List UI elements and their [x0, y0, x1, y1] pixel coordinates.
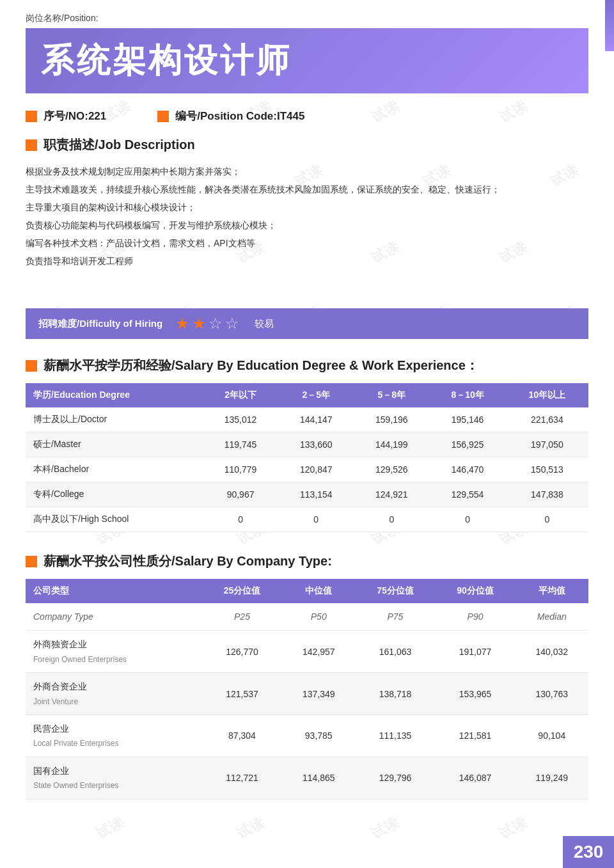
- no-label: 序号/NO:221: [43, 109, 106, 123]
- company-col-header: 75分位值: [355, 579, 435, 603]
- company-type: 国有企业State Owned Enterprises: [26, 757, 202, 799]
- company-p25: 126,770: [202, 631, 282, 673]
- salary-y10p: 221,634: [506, 407, 588, 432]
- company-col-header: 25分位值: [202, 579, 282, 603]
- company-type: 民营企业Local Private Enterprises: [26, 714, 202, 757]
- company-type: 外商合资企业Joint Venture: [26, 673, 202, 715]
- salary-y2: 135,012: [203, 407, 278, 432]
- salary-y810: 195,146: [429, 407, 505, 432]
- edu-col-header: 10年以上: [506, 383, 588, 407]
- star-empty: ☆: [209, 315, 223, 333]
- table-row: 民营企业Local Private Enterprises 87,304 93,…: [26, 714, 588, 757]
- salary-y10p: 0: [506, 507, 588, 532]
- salary-y58: 0: [354, 507, 429, 532]
- edu-degree: 专科/College: [26, 482, 203, 507]
- salary-edu-table: 学历/Education Degree2年以下2－5年5－8年8－10年10年以…: [26, 383, 588, 532]
- position-title: 系统架构设计师: [41, 38, 573, 83]
- table-row: 专科/College 90,967 113,154 124,921 129,55…: [26, 482, 588, 507]
- job-desc-line: 主导重大项目的架构设计和核心模块设计；: [26, 198, 588, 216]
- job-desc-line: 负责指导和培训开发工程师: [26, 252, 588, 270]
- company-p75: 161,063: [355, 631, 435, 673]
- edu-degree: 硕士/Master: [26, 432, 203, 457]
- company-p75: 129,796: [355, 757, 435, 799]
- salary-edu-title: 薪酬水平按学历和经验/Salary By Education Degree & …: [43, 357, 478, 374]
- edu-col-header: 2－5年: [278, 383, 354, 407]
- salary-y58: 129,526: [354, 457, 429, 482]
- company-p90: 146,087: [435, 757, 515, 799]
- company-p25: 112,721: [202, 757, 282, 799]
- salary-y2: 110,779: [203, 457, 278, 482]
- salary-y58: 124,921: [354, 482, 429, 507]
- title-banner: 系统架构设计师: [26, 28, 588, 93]
- company-col-header: 平均值: [516, 579, 588, 603]
- edu-col-header: 2年以下: [203, 383, 278, 407]
- salary-y810: 156,925: [429, 432, 505, 457]
- company-p25: 121,537: [202, 673, 282, 715]
- table-row: 高中及以下/High School 0 0 0 0 0: [26, 507, 588, 532]
- job-desc-line: 根据业务及技术规划制定应用架构中长期方案并落实；: [26, 162, 588, 180]
- table-row: 外商合资企业Joint Venture 121,537 137,349 138,…: [26, 673, 588, 715]
- company-median: 119,249: [516, 757, 588, 799]
- position-label: 岗位名称/Position:: [26, 13, 588, 24]
- job-description: 根据业务及技术规划制定应用架构中长期方案并落实；主导技术难题攻关，持续提升核心系…: [26, 162, 588, 270]
- salary-edu-header: 薪酬水平按学历和经验/Salary By Education Degree & …: [26, 357, 588, 374]
- job-desc-header: 职责描述/Job Description: [26, 136, 588, 154]
- company-p25: 87,304: [202, 714, 282, 757]
- company-subheader: Company Type: [26, 603, 202, 631]
- salary-company-header: 薪酬水平按公司性质分/Salary By Company Type:: [26, 553, 588, 570]
- company-subheader: P50: [282, 603, 355, 631]
- edu-col-header: 5－8年: [354, 383, 429, 407]
- company-p90: 121,581: [435, 714, 515, 757]
- page-content: 岗位名称/Position: 系统架构设计师 序号/NO:221 编号/Posi…: [0, 0, 614, 846]
- star-empty: ☆: [225, 315, 239, 333]
- orange-square-no: [26, 111, 37, 122]
- company-p75: 138,718: [355, 673, 435, 715]
- salary-y58: 159,196: [354, 407, 429, 432]
- info-row: 序号/NO:221 编号/Position Code:IT445: [26, 109, 588, 123]
- job-desc-title: 职责描述/Job Description: [43, 136, 195, 154]
- company-p50: 142,957: [282, 631, 355, 673]
- difficulty-bar: 招聘难度/Difficulty of Hiring ★★☆☆ 较易: [26, 308, 588, 339]
- company-p75: 111,135: [355, 714, 435, 757]
- salary-y810: 0: [429, 507, 505, 532]
- salary-company-section: 薪酬水平按公司性质分/Salary By Company Type: 公司类型2…: [26, 553, 588, 800]
- job-desc-line: 主导技术难题攻关，持续提升核心系统性能，解决各类潜在系统技术风险加固系统，保证系…: [26, 180, 588, 198]
- salary-y25: 0: [278, 507, 354, 532]
- difficulty-text: 较易: [255, 318, 274, 330]
- no-item: 序号/NO:221: [26, 109, 106, 123]
- salary-y810: 146,470: [429, 457, 505, 482]
- company-col-header: 中位值: [282, 579, 355, 603]
- table-row: 本科/Bachelor 110,779 120,847 129,526 146,…: [26, 457, 588, 482]
- salary-y810: 129,554: [429, 482, 505, 507]
- company-subheader: P90: [435, 603, 515, 631]
- company-p90: 191,077: [435, 631, 515, 673]
- salary-edu-section: 薪酬水平按学历和经验/Salary By Education Degree & …: [26, 357, 588, 532]
- company-median: 130,763: [516, 673, 588, 715]
- company-subheader: P25: [202, 603, 282, 631]
- star-filled: ★: [175, 315, 189, 333]
- orange-square-edu: [26, 360, 37, 372]
- table-row: 博士及以上/Doctor 135,012 144,147 159,196 195…: [26, 407, 588, 432]
- company-subheader: P75: [355, 603, 435, 631]
- code-item: 编号/Position Code:IT445: [157, 109, 304, 123]
- table-row: 国有企业State Owned Enterprises 112,721 114,…: [26, 757, 588, 799]
- table-row: 硕士/Master 119,745 133,660 144,199 156,92…: [26, 432, 588, 457]
- table-row: 外商独资企业Foreign Owned Enterprises 126,770 …: [26, 631, 588, 673]
- star-filled: ★: [192, 315, 206, 333]
- company-col-header: 90分位值: [435, 579, 515, 603]
- salary-y2: 90,967: [203, 482, 278, 507]
- job-desc-line: 编写各种技术文档：产品设计文档，需求文档，API文档等: [26, 234, 588, 252]
- salary-y2: 119,745: [203, 432, 278, 457]
- difficulty-label: 招聘难度/Difficulty of Hiring: [38, 318, 162, 330]
- salary-y2: 0: [203, 507, 278, 532]
- edu-degree: 高中及以下/High School: [26, 507, 203, 532]
- salary-company-title: 薪酬水平按公司性质分/Salary By Company Type:: [43, 553, 332, 570]
- company-col-header: 公司类型: [26, 579, 202, 603]
- table-row: Company TypeP25P50P75P90Median: [26, 603, 588, 631]
- salary-y25: 133,660: [278, 432, 354, 457]
- orange-square-code: [157, 111, 169, 122]
- company-p50: 137,349: [282, 673, 355, 715]
- salary-y10p: 197,050: [506, 432, 588, 457]
- orange-square-desc: [26, 139, 37, 151]
- salary-y58: 144,199: [354, 432, 429, 457]
